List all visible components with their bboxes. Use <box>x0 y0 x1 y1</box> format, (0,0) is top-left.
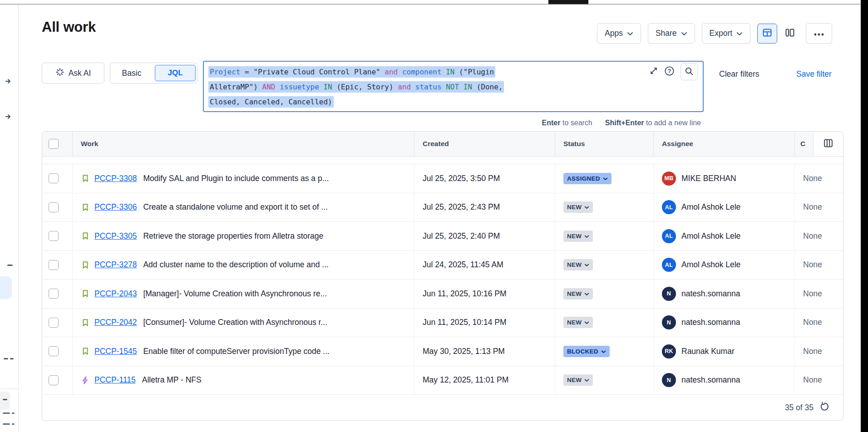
column-header-work[interactable]: Work <box>73 132 414 156</box>
apps-button[interactable]: Apps <box>597 23 641 44</box>
work-cell: PCCP-3306 Create a standalone volume and… <box>73 193 414 222</box>
avatar[interactable]: AL <box>662 229 676 243</box>
shift-enter-hint: Shift+Enter to add a new line <box>605 119 701 127</box>
column-header-truncated[interactable]: C <box>795 132 813 156</box>
configure-columns-button[interactable] <box>823 138 833 150</box>
sidebar-item-fragment[interactable] <box>4 358 8 359</box>
issue-key-link[interactable]: PCCP-3306 <box>94 202 137 212</box>
avatar[interactable]: MB <box>662 172 676 186</box>
jql-query-input[interactable]: Project = "Private Cloud Control Plane" … <box>203 61 704 112</box>
avatar[interactable]: RK <box>662 344 676 358</box>
issue-key-link[interactable]: PCCP-3278 <box>94 260 137 270</box>
jql-mode-button[interactable]: JQL <box>155 65 196 81</box>
clear-filters-button[interactable]: Clear filters <box>719 69 760 79</box>
status-badge[interactable]: NEW <box>563 201 593 213</box>
header-actions: Apps Share Export <box>597 23 832 44</box>
status-badge[interactable]: BLOCKED <box>563 346 610 357</box>
expand-icon[interactable] <box>649 66 658 77</box>
status-badge[interactable]: NEW <box>563 288 593 299</box>
issue-summary[interactable]: [Consumer]- Volume Creation with Asynchr… <box>143 318 327 327</box>
assignee-cell: AL Amol Ashok Lele <box>654 251 795 280</box>
row-checkbox[interactable] <box>49 318 59 328</box>
avatar[interactable]: N <box>662 373 676 387</box>
export-button[interactable]: Export <box>702 23 751 44</box>
issue-key-link[interactable]: PCCP-1115 <box>94 375 136 385</box>
issue-summary[interactable]: Modify SAL and Plugin to include comment… <box>143 174 329 183</box>
issue-key-link[interactable]: PCCP-3305 <box>94 231 137 241</box>
more-actions-button[interactable] <box>806 23 832 44</box>
avatar[interactable]: N <box>662 315 676 329</box>
apps-button-label: Apps <box>605 29 623 38</box>
extra-value: None <box>803 231 822 241</box>
row-checkbox[interactable] <box>49 375 59 385</box>
share-button[interactable]: Share <box>648 23 695 44</box>
sidebar-item-fragment[interactable] <box>12 412 15 414</box>
sidebar-item-fragment[interactable] <box>12 423 15 425</box>
issue-key-link[interactable]: PCCP-3308 <box>94 174 137 183</box>
select-all-checkbox[interactable] <box>49 139 59 149</box>
sidebar-item-fragment[interactable] <box>3 399 7 400</box>
status-badge[interactable]: ASSIGNED <box>563 173 612 184</box>
story-icon <box>81 289 90 298</box>
sidebar-hovered-item[interactable] <box>0 392 10 410</box>
status-label: ASSIGNED <box>567 175 600 182</box>
sidebar-expand-icon[interactable] <box>5 113 12 122</box>
detail-view-icon <box>785 28 795 39</box>
work-cell: PCCP-3278 Add cluster name to the descri… <box>73 251 414 280</box>
status-cell: NEW <box>555 280 654 308</box>
column-header-created[interactable]: Created <box>414 132 555 156</box>
extra-cell: None <box>795 280 843 308</box>
issue-summary[interactable]: Enable filter of computeServer provision… <box>143 347 330 356</box>
row-checkbox[interactable] <box>49 231 59 241</box>
search-button[interactable] <box>681 63 698 80</box>
detail-view-button[interactable] <box>781 24 799 44</box>
sidebar-item-fragment[interactable] <box>10 358 14 359</box>
issue-summary[interactable]: Alletra MP - NFS <box>142 375 202 385</box>
list-view-button[interactable] <box>757 24 777 44</box>
svg-text:?: ? <box>668 68 671 74</box>
status-badge[interactable]: NEW <box>563 259 593 270</box>
issue-key-link[interactable]: PCCP-2043 <box>94 289 137 299</box>
assignee-name: Amol Ashok Lele <box>681 202 740 212</box>
status-cell: BLOCKED <box>555 337 654 366</box>
status-badge[interactable]: NEW <box>563 317 593 328</box>
more-icon <box>814 29 824 38</box>
table-row: PCCP-1545 Enable filter of computeServer… <box>42 337 843 366</box>
avatar[interactable]: AL <box>662 200 676 214</box>
extra-cell: None <box>795 164 843 193</box>
issue-summary[interactable]: [Manager]- Volume Creation with Asynchro… <box>143 289 327 299</box>
sparkle-ai-icon <box>55 68 64 79</box>
extra-cell: None <box>795 251 843 280</box>
row-checkbox[interactable] <box>49 289 59 299</box>
row-checkbox[interactable] <box>49 346 59 356</box>
status-badge[interactable]: NEW <box>563 374 593 386</box>
issue-summary[interactable]: Create a standalone volume and export it… <box>143 202 328 212</box>
sidebar <box>0 5 19 432</box>
row-checkbox[interactable] <box>49 202 59 212</box>
sidebar-selected-item[interactable] <box>0 276 12 299</box>
created-cell: Jul 25, 2025, 3:50 PM <box>414 164 555 193</box>
issue-key-link[interactable]: PCCP-2042 <box>94 318 137 327</box>
column-header-assignee[interactable]: Assignee <box>654 132 795 156</box>
assignee-name: natesh.somanna <box>681 289 740 299</box>
status-badge[interactable]: NEW <box>563 231 593 242</box>
sidebar-expand-icon[interactable] <box>5 78 12 87</box>
issue-summary[interactable]: Retrieve the storage properties from All… <box>143 231 323 241</box>
basic-mode-button[interactable]: Basic <box>110 63 153 83</box>
ask-ai-button[interactable]: Ask AI <box>42 63 104 83</box>
help-icon[interactable]: ? <box>664 66 675 78</box>
issue-summary[interactable]: Add cluster name to the description of v… <box>143 260 329 270</box>
row-checkbox[interactable] <box>49 173 59 183</box>
column-header-status[interactable]: Status <box>555 132 654 156</box>
sidebar-item-fragment[interactable] <box>3 423 10 425</box>
avatar[interactable]: AL <box>662 258 676 272</box>
save-filter-link[interactable]: Save filter <box>796 69 832 79</box>
work-cell: PCCP-2042 [Consumer]- Volume Creation wi… <box>73 309 414 337</box>
row-checkbox[interactable] <box>49 260 59 270</box>
refresh-icon[interactable] <box>819 402 829 414</box>
assignee-name: MIKE BERHAN <box>681 174 736 183</box>
issue-key-link[interactable]: PCCP-1545 <box>94 347 137 356</box>
sidebar-item-fragment[interactable] <box>3 412 10 414</box>
avatar[interactable]: N <box>662 287 676 301</box>
sidebar-item-fragment[interactable] <box>7 265 13 266</box>
